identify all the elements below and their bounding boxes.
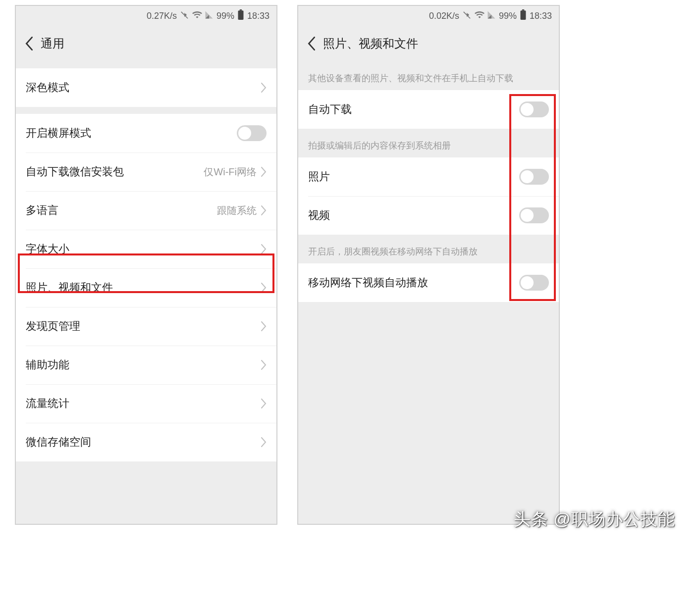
row-media-files[interactable]: 照片、视频和文件 <box>16 268 276 307</box>
chevron-right-icon <box>261 205 267 215</box>
row-label: 视频 <box>308 208 519 223</box>
chevron-right-icon <box>261 437 267 447</box>
svg-rect-0 <box>238 10 243 20</box>
status-icons <box>180 10 214 22</box>
row-label: 发现页管理 <box>26 319 261 334</box>
row-label: 多语言 <box>26 203 217 218</box>
row-label: 自动下载 <box>308 102 519 117</box>
battery-icon <box>520 9 527 23</box>
chevron-right-icon <box>261 167 267 177</box>
status-bar: 0.02K/s 99% 18:33 <box>298 6 559 26</box>
row-discover[interactable]: 发现页管理 <box>16 307 276 346</box>
title-bar: 照片、视频和文件 <box>298 26 559 61</box>
phone-right: 0.02K/s 99% 18:33 照片、视频和文件 其他设备查看的照片、视频和… <box>297 5 560 525</box>
status-net-speed: 0.27K/s <box>147 11 177 21</box>
row-accessibility[interactable]: 辅助功能 <box>16 346 276 384</box>
mute-icon <box>180 10 190 22</box>
row-label: 移动网络下视频自动播放 <box>308 275 519 290</box>
row-value: 仅Wi-Fi网络 <box>204 165 257 179</box>
row-label: 微信存储空间 <box>26 435 261 450</box>
section-desc-1: 其他设备查看的照片、视频和文件在手机上自动下载 <box>298 61 559 90</box>
status-time: 18:33 <box>530 11 552 21</box>
section-desc-2: 拍摄或编辑后的内容保存到系统相册 <box>298 129 559 157</box>
row-label: 字体大小 <box>26 242 261 256</box>
section-desc-3: 开启后，朋友圈视频在移动网络下自动播放 <box>298 235 559 263</box>
chevron-right-icon <box>261 399 267 408</box>
status-battery-pct: 99% <box>499 11 517 21</box>
back-button[interactable] <box>21 35 38 52</box>
status-icons <box>462 10 496 22</box>
toggle-landscape[interactable] <box>237 125 267 141</box>
row-auto-download[interactable]: 自动下载 <box>298 90 559 129</box>
row-font-size[interactable]: 字体大小 <box>16 230 276 268</box>
row-label: 深色模式 <box>26 80 261 95</box>
watermark: 头条 @职场办公技能 <box>514 508 675 531</box>
row-label: 辅助功能 <box>26 357 261 372</box>
chevron-right-icon <box>261 321 267 331</box>
chevron-right-icon <box>261 360 267 370</box>
signal-icon <box>205 10 214 22</box>
row-label: 流量统计 <box>26 396 261 411</box>
mute-icon <box>462 10 472 22</box>
row-auto-download-pkg[interactable]: 自动下载微信安装包 仅Wi-Fi网络 <box>16 152 276 191</box>
chevron-right-icon <box>261 83 267 93</box>
row-value: 跟随系统 <box>217 204 257 217</box>
status-net-speed: 0.02K/s <box>429 11 459 21</box>
toggle-mobile-autoplay[interactable] <box>519 275 549 291</box>
toggle-photo[interactable] <box>519 169 549 185</box>
row-video[interactable]: 视频 <box>298 196 559 235</box>
row-photo[interactable]: 照片 <box>298 157 559 196</box>
toggle-video[interactable] <box>519 207 549 223</box>
row-data-usage[interactable]: 流量统计 <box>16 384 276 423</box>
page-title: 照片、视频和文件 <box>323 36 418 51</box>
row-language[interactable]: 多语言 跟随系统 <box>16 191 276 230</box>
row-dark-mode[interactable]: 深色模式 <box>16 68 276 107</box>
toggle-auto-download[interactable] <box>519 101 549 117</box>
wifi-icon <box>192 10 203 22</box>
status-bar: 0.27K/s 99% 18:33 <box>16 6 276 26</box>
svg-rect-1 <box>240 9 242 10</box>
row-landscape[interactable]: 开启横屏模式 <box>16 114 276 152</box>
row-label: 照片 <box>308 169 519 184</box>
page-title: 通用 <box>41 36 64 51</box>
battery-icon <box>237 9 244 23</box>
svg-rect-3 <box>522 9 524 10</box>
svg-rect-2 <box>520 10 526 20</box>
title-bar: 通用 <box>16 26 276 61</box>
back-button[interactable] <box>303 35 320 52</box>
row-mobile-autoplay[interactable]: 移动网络下视频自动播放 <box>298 263 559 302</box>
chevron-right-icon <box>261 283 267 293</box>
row-label: 照片、视频和文件 <box>26 280 261 295</box>
row-label: 自动下载微信安装包 <box>26 164 204 179</box>
signal-icon <box>487 10 496 22</box>
status-battery-pct: 99% <box>216 11 234 21</box>
status-time: 18:33 <box>247 11 269 21</box>
row-label: 开启横屏模式 <box>26 126 237 141</box>
row-storage[interactable]: 微信存储空间 <box>16 423 276 461</box>
phone-left: 0.27K/s 99% 18:33 通用 深色模式 开启横屏模式 <box>15 5 277 525</box>
chevron-right-icon <box>261 244 267 254</box>
wifi-icon <box>474 10 485 22</box>
